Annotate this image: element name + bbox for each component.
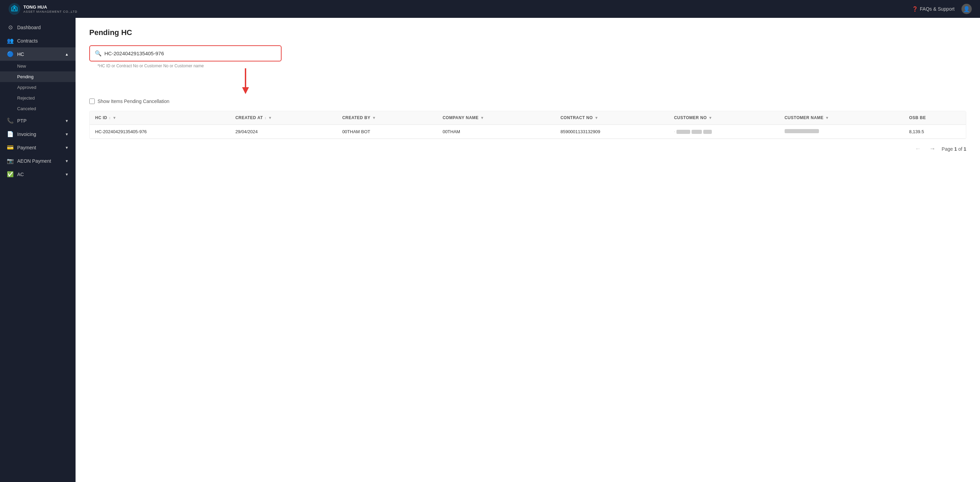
table-header: HC ID ↕ ▼ Created At ↕ ▼ [90, 111, 966, 125]
page-title: Pending HC [89, 28, 966, 37]
sidebar-label-ptp: PTP [17, 118, 62, 124]
sidebar-item-payment[interactable]: 💳 Payment ▼ [0, 141, 76, 154]
pagination-row: ← → Page 1 of 1 [89, 139, 966, 159]
hc-expand-icon: ▲ [65, 52, 69, 56]
search-input[interactable] [104, 51, 276, 56]
col-customer-name: Customer Name ▼ [779, 111, 904, 125]
ptp-icon: 📞 [7, 118, 14, 124]
pagination-info: Page 1 of 1 [942, 146, 966, 152]
show-pending-cancellation-label: Show Items Pending Cancellation [97, 99, 169, 104]
main-content: Pending HC 🔍 *HC ID or Contract No or Cu… [76, 18, 980, 482]
customer-name-blurred [784, 129, 819, 133]
table-body: HC-20240429135405-976 29/04/2024 00THAM … [90, 125, 966, 139]
hc-id-sort-icon[interactable]: ↕ [109, 116, 111, 120]
svg-point-1 [13, 6, 16, 9]
search-icon: 🔍 [95, 50, 102, 57]
customer-no-filter-icon[interactable]: ▼ [708, 116, 712, 120]
faq-label: FAQs & Support [920, 6, 955, 12]
ac-icon: ✅ [7, 171, 14, 178]
aeon-payment-icon: 📷 [7, 157, 14, 164]
svg-marker-3 [242, 87, 249, 94]
app-body: ⊙ Dashboard 👥 Contracts 🔵 HC ▲ New Pendi… [0, 18, 980, 482]
sidebar-label-hc: HC [17, 51, 62, 57]
created-at-filter-icon[interactable]: ▼ [268, 116, 272, 120]
question-icon: ❓ [912, 6, 918, 12]
show-pending-cancellation-row: Show Items Pending Cancellation [89, 99, 966, 104]
sidebar-label-ac: AC [17, 172, 62, 177]
invoicing-expand-icon: ▼ [65, 132, 69, 136]
aeon-payment-expand-icon: ▼ [65, 159, 69, 163]
customer-no-blurred: · [674, 130, 774, 134]
created-at-sort-icon[interactable]: ↕ [264, 116, 266, 120]
table-row[interactable]: HC-20240429135405-976 29/04/2024 00THAM … [90, 125, 966, 139]
blur-dot: · [674, 130, 675, 134]
faq-link[interactable]: ❓ FAQs & Support [912, 6, 955, 12]
sidebar-label-dashboard: Dashboard [17, 25, 69, 30]
cell-created-by: 00THAM BOT [337, 125, 437, 139]
search-container: 🔍 [89, 45, 282, 62]
ptp-expand-icon: ▼ [65, 119, 69, 123]
pagination-prev-button[interactable]: ← [913, 145, 923, 153]
sidebar-subitem-approved[interactable]: Approved [0, 82, 76, 93]
sidebar-item-aeon-payment[interactable]: 📷 AEON Payment ▼ [0, 154, 76, 167]
payment-expand-icon: ▼ [65, 146, 69, 150]
current-page: 1 [954, 146, 957, 152]
sidebar-item-invoicing[interactable]: 📄 Invoicing ▼ [0, 127, 76, 141]
of-label: of [958, 146, 963, 152]
logo-icon [8, 3, 21, 15]
sidebar-subitem-pending[interactable]: Pending [0, 72, 76, 82]
table-wrapper: HC ID ↕ ▼ Created At ↕ ▼ [89, 111, 966, 139]
hc-id-filter-icon[interactable]: ▼ [113, 116, 116, 120]
invoicing-icon: 📄 [7, 131, 14, 137]
show-pending-cancellation-checkbox[interactable] [89, 99, 95, 104]
pagination-next-button[interactable]: → [927, 145, 937, 153]
sidebar-subitem-canceled[interactable]: Canceled [0, 103, 76, 114]
dashboard-icon: ⊙ [7, 24, 14, 30]
top-navigation: TONG HUA ASSET MANAGEMENT CO.,LTD ❓ FAQs… [0, 0, 980, 18]
sidebar-label-invoicing: Invoicing [17, 132, 62, 137]
customer-name-filter-icon[interactable]: ▼ [825, 116, 829, 120]
payment-icon: 💳 [7, 144, 14, 151]
topnav-right: ❓ FAQs & Support 👤 [912, 4, 972, 14]
ac-expand-icon: ▼ [65, 172, 69, 177]
sidebar-item-ac[interactable]: ✅ AC ▼ [0, 167, 76, 181]
col-contract-no: Contract No ▼ [555, 111, 668, 125]
sidebar-label-contracts: Contracts [17, 38, 69, 44]
red-arrow-svg [240, 68, 251, 96]
sidebar-label-aeon-payment: AEON Payment [17, 158, 62, 164]
search-hint: *HC ID or Contract No or Customer No or … [97, 64, 966, 68]
sidebar-item-contracts[interactable]: 👥 Contracts [0, 34, 76, 48]
sidebar-item-ptp[interactable]: 📞 PTP ▼ [0, 114, 76, 127]
blur-bar-1 [676, 130, 690, 134]
company-name-filter-icon[interactable]: ▼ [480, 116, 484, 120]
col-customer-no: Customer No ▼ [668, 111, 779, 125]
sidebar-item-hc[interactable]: 🔵 HC ▲ [0, 48, 76, 61]
logo: TONG HUA ASSET MANAGEMENT CO.,LTD [8, 3, 78, 15]
cell-customer-name [779, 125, 904, 139]
created-by-filter-icon[interactable]: ▼ [372, 116, 376, 120]
contracts-icon: 👥 [7, 37, 14, 44]
col-company-name: Company Name ▼ [437, 111, 555, 125]
hc-icon: 🔵 [7, 51, 14, 57]
cell-contract-no: 8590001133132909 [555, 125, 668, 139]
contract-no-filter-icon[interactable]: ▼ [594, 116, 598, 120]
total-pages: 1 [964, 146, 966, 152]
cell-hc-id: HC-20240429135405-976 [90, 125, 230, 139]
col-hc-id: HC ID ↕ ▼ [90, 111, 230, 125]
page-label: Page [942, 146, 953, 152]
user-avatar[interactable]: 👤 [961, 4, 972, 14]
sidebar-item-dashboard[interactable]: ⊙ Dashboard [0, 21, 76, 34]
cell-customer-no: · [668, 125, 779, 139]
sidebar-subitem-new[interactable]: New [0, 61, 76, 72]
logo-subtitle: ASSET MANAGEMENT CO.,LTD [23, 10, 78, 13]
col-created-at: Created At ↕ ▼ [230, 111, 337, 125]
cell-osb-be: 8,139.5 [904, 125, 966, 139]
blur-bar-2 [692, 130, 702, 134]
cell-company-name: 00THAM [437, 125, 555, 139]
blur-bar-3 [703, 130, 712, 134]
col-osb-be: OSB BE [904, 111, 966, 125]
sidebar-subitem-rejected[interactable]: Rejected [0, 93, 76, 103]
cell-created-at: 29/04/2024 [230, 125, 337, 139]
hc-table: HC ID ↕ ▼ Created At ↕ ▼ [90, 111, 966, 139]
logo-name: TONG HUA [23, 5, 78, 10]
